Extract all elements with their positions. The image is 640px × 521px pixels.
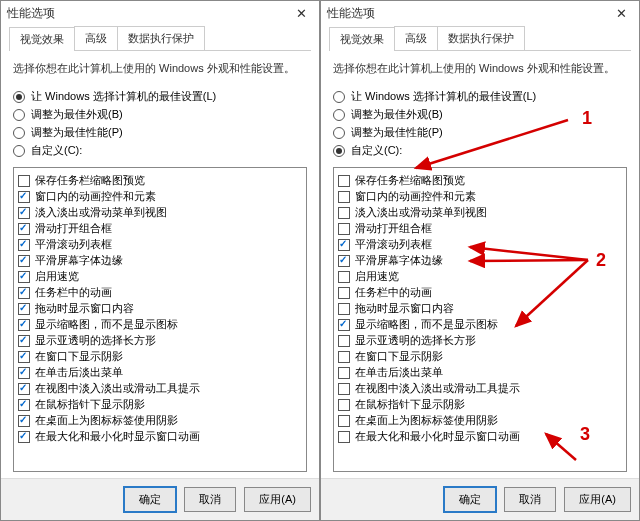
- option-row[interactable]: 在单击后淡出菜单: [338, 365, 622, 380]
- option-row[interactable]: 显示亚透明的选择长方形: [18, 333, 302, 348]
- option-row[interactable]: 拖动时显示窗口内容: [18, 301, 302, 316]
- checkbox[interactable]: [18, 303, 30, 315]
- checkbox[interactable]: [18, 383, 30, 395]
- option-row[interactable]: 在单击后淡出菜单: [18, 365, 302, 380]
- checkbox[interactable]: [338, 367, 350, 379]
- ok-button[interactable]: 确定: [444, 487, 496, 512]
- checkbox[interactable]: [338, 239, 350, 251]
- option-label: 在桌面上为图标标签使用阴影: [355, 413, 498, 428]
- option-row[interactable]: 显示缩略图，而不是显示图标: [18, 317, 302, 332]
- dialog-right: 性能选项✕视觉效果高级数据执行保护选择你想在此计算机上使用的 Windows 外…: [320, 0, 640, 521]
- checkbox[interactable]: [18, 319, 30, 331]
- option-row[interactable]: 拖动时显示窗口内容: [338, 301, 622, 316]
- option-row[interactable]: 平滑滚动列表框: [18, 237, 302, 252]
- options-listbox[interactable]: 保存任务栏缩略图预览窗口内的动画控件和元素淡入淡出或滑动菜单到视图滑动打开组合框…: [333, 167, 627, 472]
- option-row[interactable]: 窗口内的动画控件和元素: [338, 189, 622, 204]
- option-row[interactable]: 平滑滚动列表框: [338, 237, 622, 252]
- checkbox[interactable]: [338, 287, 350, 299]
- option-row[interactable]: 任务栏中的动画: [338, 285, 622, 300]
- checkbox[interactable]: [18, 351, 30, 363]
- option-row[interactable]: 在桌面上为图标标签使用阴影: [338, 413, 622, 428]
- checkbox[interactable]: [338, 415, 350, 427]
- checkbox[interactable]: [338, 399, 350, 411]
- option-row[interactable]: 在视图中淡入淡出或滑动工具提示: [18, 381, 302, 396]
- checkbox[interactable]: [338, 223, 350, 235]
- tabs: 视觉效果高级数据执行保护: [9, 26, 311, 51]
- apply-button[interactable]: 应用(A): [564, 487, 631, 512]
- option-row[interactable]: 滑动打开组合框: [338, 221, 622, 236]
- checkbox[interactable]: [18, 415, 30, 427]
- option-row[interactable]: 在最大化和最小化时显示窗口动画: [338, 429, 622, 444]
- option-row[interactable]: 在窗口下显示阴影: [338, 349, 622, 364]
- checkbox[interactable]: [338, 271, 350, 283]
- option-row[interactable]: 在鼠标指针下显示阴影: [338, 397, 622, 412]
- option-row[interactable]: 启用速览: [338, 269, 622, 284]
- tabs: 视觉效果高级数据执行保护: [329, 26, 631, 51]
- option-label: 平滑屏幕字体边缘: [35, 253, 123, 268]
- checkbox[interactable]: [338, 255, 350, 267]
- tab-dep[interactable]: 数据执行保护: [437, 26, 525, 50]
- checkbox[interactable]: [18, 207, 30, 219]
- checkbox[interactable]: [338, 319, 350, 331]
- checkbox[interactable]: [18, 175, 30, 187]
- radio-custom[interactable]: 自定义(C):: [333, 143, 627, 158]
- options-listbox[interactable]: 保存任务栏缩略图预览窗口内的动画控件和元素淡入淡出或滑动菜单到视图滑动打开组合框…: [13, 167, 307, 472]
- radio-let-windows-choose[interactable]: 让 Windows 选择计算机的最佳设置(L): [333, 89, 627, 104]
- radio-let-windows-choose[interactable]: 让 Windows 选择计算机的最佳设置(L): [13, 89, 307, 104]
- radio-best-performance[interactable]: 调整为最佳性能(P): [333, 125, 627, 140]
- option-row[interactable]: 淡入淡出或滑动菜单到视图: [18, 205, 302, 220]
- radio-best-performance[interactable]: 调整为最佳性能(P): [13, 125, 307, 140]
- dialog-title: 性能选项: [7, 5, 55, 22]
- checkbox[interactable]: [18, 367, 30, 379]
- checkbox[interactable]: [18, 399, 30, 411]
- option-row[interactable]: 启用速览: [18, 269, 302, 284]
- checkbox[interactable]: [338, 207, 350, 219]
- option-row[interactable]: 在窗口下显示阴影: [18, 349, 302, 364]
- checkbox[interactable]: [18, 431, 30, 443]
- option-row[interactable]: 在最大化和最小化时显示窗口动画: [18, 429, 302, 444]
- checkbox[interactable]: [18, 271, 30, 283]
- checkbox[interactable]: [18, 191, 30, 203]
- checkbox[interactable]: [18, 287, 30, 299]
- radio-best-appearance[interactable]: 调整为最佳外观(B): [333, 107, 627, 122]
- option-row[interactable]: 滑动打开组合框: [18, 221, 302, 236]
- checkbox[interactable]: [18, 255, 30, 267]
- checkbox[interactable]: [18, 335, 30, 347]
- option-row[interactable]: 窗口内的动画控件和元素: [18, 189, 302, 204]
- checkbox[interactable]: [338, 303, 350, 315]
- radio-label: 让 Windows 选择计算机的最佳设置(L): [351, 89, 536, 104]
- checkbox[interactable]: [338, 191, 350, 203]
- option-row[interactable]: 任务栏中的动画: [18, 285, 302, 300]
- ok-button[interactable]: 确定: [124, 487, 176, 512]
- option-row[interactable]: 显示缩略图，而不是显示图标: [338, 317, 622, 332]
- close-icon[interactable]: ✕: [289, 6, 313, 21]
- option-row[interactable]: 保存任务栏缩略图预览: [338, 173, 622, 188]
- checkbox[interactable]: [338, 431, 350, 443]
- option-row[interactable]: 平滑屏幕字体边缘: [338, 253, 622, 268]
- close-icon[interactable]: ✕: [609, 6, 633, 21]
- option-row[interactable]: 保存任务栏缩略图预览: [18, 173, 302, 188]
- cancel-button[interactable]: 取消: [184, 487, 236, 512]
- option-row[interactable]: 在桌面上为图标标签使用阴影: [18, 413, 302, 428]
- tab-visual-effects[interactable]: 视觉效果: [329, 27, 395, 51]
- checkbox[interactable]: [338, 335, 350, 347]
- option-row[interactable]: 淡入淡出或滑动菜单到视图: [338, 205, 622, 220]
- tab-dep[interactable]: 数据执行保护: [117, 26, 205, 50]
- checkbox[interactable]: [18, 223, 30, 235]
- option-label: 任务栏中的动画: [355, 285, 432, 300]
- checkbox[interactable]: [18, 239, 30, 251]
- option-row[interactable]: 平滑屏幕字体边缘: [18, 253, 302, 268]
- checkbox[interactable]: [338, 175, 350, 187]
- option-row[interactable]: 在鼠标指针下显示阴影: [18, 397, 302, 412]
- cancel-button[interactable]: 取消: [504, 487, 556, 512]
- apply-button[interactable]: 应用(A): [244, 487, 311, 512]
- radio-best-appearance[interactable]: 调整为最佳外观(B): [13, 107, 307, 122]
- tab-visual-effects[interactable]: 视觉效果: [9, 27, 75, 51]
- option-row[interactable]: 显示亚透明的选择长方形: [338, 333, 622, 348]
- option-row[interactable]: 在视图中淡入淡出或滑动工具提示: [338, 381, 622, 396]
- checkbox[interactable]: [338, 351, 350, 363]
- checkbox[interactable]: [338, 383, 350, 395]
- tab-advanced[interactable]: 高级: [394, 26, 438, 50]
- tab-advanced[interactable]: 高级: [74, 26, 118, 50]
- radio-custom[interactable]: 自定义(C):: [13, 143, 307, 158]
